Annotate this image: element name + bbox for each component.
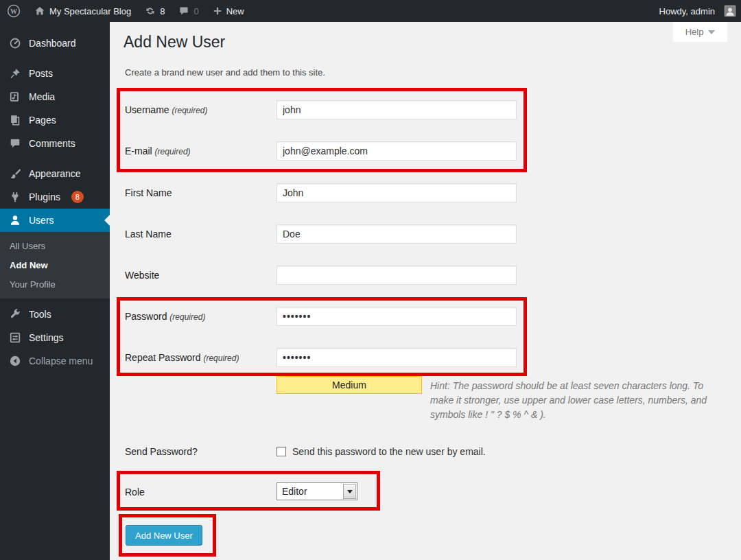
wrench-icon (8, 308, 22, 320)
sidebar-item-all-users[interactable]: All Users (0, 237, 110, 256)
email-input[interactable] (277, 141, 517, 161)
email-label: E-mail (required) (125, 145, 191, 156)
last-name-input[interactable] (277, 224, 517, 244)
collapse-arrow-icon (8, 355, 22, 367)
sidebar-item-comments[interactable]: Comments (0, 132, 110, 155)
sidebar-item-add-new[interactable]: Add New (0, 256, 110, 275)
svg-text:W: W (10, 8, 17, 15)
home-icon (34, 5, 45, 16)
first-name-label: First Name (125, 187, 172, 198)
username-input[interactable] (277, 100, 517, 119)
role-select[interactable]: Editor (277, 482, 357, 500)
sidebar-item-media[interactable]: Media (0, 85, 110, 108)
sidebar-item-label: Comments (29, 138, 75, 149)
password-hint: Hint: The password should be at least se… (277, 379, 710, 422)
sidebar-item-label: Plugins (29, 191, 60, 202)
sidebar-item-label: Media (29, 91, 55, 102)
required-note: (required) (172, 106, 207, 115)
send-password-checkbox[interactable] (277, 447, 286, 456)
plugins-update-badge: 8 (71, 191, 84, 203)
sidebar-item-posts[interactable]: Posts (0, 62, 110, 85)
sliders-icon (8, 331, 22, 344)
comment-bubble-icon (178, 5, 189, 16)
updates-menu[interactable]: 8 (138, 0, 172, 22)
howdy-label: Howdy, admin (659, 6, 715, 16)
required-note: (required) (155, 147, 191, 156)
wordpress-logo-menu[interactable]: W (0, 0, 27, 22)
user-icon (8, 214, 22, 226)
repeat-password-input[interactable] (277, 348, 517, 367)
sidebar-item-pages[interactable]: Pages (0, 108, 110, 132)
sidebar-item-label: Tools (29, 309, 51, 320)
add-new-user-button[interactable]: Add New User (126, 525, 202, 546)
media-icon (8, 91, 22, 103)
plus-icon (213, 6, 222, 16)
username-label: Username (required) (125, 104, 208, 115)
required-note: (required) (203, 353, 239, 363)
sidebar-item-label: Pages (29, 115, 56, 126)
role-selected-value: Editor (277, 486, 307, 497)
comments-count: 0 (193, 6, 198, 16)
select-dropdown-button[interactable] (343, 484, 356, 499)
sidebar-item-label: Settings (29, 332, 64, 343)
sidebar-item-label: Posts (29, 68, 53, 79)
comments-bubble-icon (8, 137, 22, 150)
menu-separator (0, 55, 110, 62)
sidebar-item-your-profile[interactable]: Your Profile (0, 275, 110, 294)
my-account-menu[interactable]: Howdy, admin (652, 0, 736, 22)
wordpress-admin-page: W My Spectacular Blog 8 0 New (0, 0, 741, 560)
sidebar-item-plugins[interactable]: Plugins 8 (0, 185, 110, 209)
first-name-input[interactable] (277, 183, 517, 202)
sidebar-item-label: Collapse menu (29, 355, 93, 366)
hint-float-spacer (277, 379, 430, 409)
page-title: Add New User (124, 33, 225, 51)
dashboard-gauge-icon (8, 37, 22, 49)
website-input[interactable] (277, 266, 517, 285)
comments-menu[interactable]: 0 (172, 0, 205, 22)
password-label: Password (required) (125, 311, 205, 322)
role-label: Role (125, 487, 145, 498)
site-name-menu[interactable]: My Spectacular Blog (27, 0, 138, 22)
users-submenu: All Users Add New Your Profile (0, 232, 110, 299)
sidebar-item-label: Appearance (29, 168, 81, 179)
paintbrush-icon (8, 167, 22, 180)
website-label: Website (125, 270, 159, 281)
pushpin-icon (8, 67, 22, 80)
password-input[interactable] (277, 307, 517, 326)
admin-bar: W My Spectacular Blog 8 0 New (0, 0, 741, 22)
last-name-label: Last Name (125, 229, 172, 240)
sidebar-item-label: Dashboard (29, 38, 76, 49)
sidebar-item-tools[interactable]: Tools (0, 303, 110, 326)
main-content: Add New User Create a brand new user and… (110, 22, 741, 560)
chevron-down-icon (347, 490, 353, 493)
plug-icon (8, 191, 22, 203)
sidebar-item-appearance[interactable]: Appearance (0, 162, 110, 185)
new-label: New (226, 6, 244, 16)
collapse-menu-button[interactable]: Collapse menu (0, 349, 110, 373)
wordpress-logo-icon: W (7, 4, 21, 18)
repeat-password-label: Repeat Password (required) (125, 352, 239, 363)
avatar (725, 5, 736, 16)
sidebar-item-settings[interactable]: Settings (0, 326, 110, 349)
page-description: Create a brand new user and add them to … (125, 67, 325, 78)
new-content-menu[interactable]: New (206, 0, 251, 22)
sidebar-item-users[interactable]: Users (0, 209, 110, 232)
required-note: (required) (169, 312, 205, 322)
pages-icon (8, 114, 22, 126)
updates-icon (145, 5, 156, 16)
updates-count: 8 (160, 6, 165, 16)
admin-sidebar-menu: Dashboard Posts Media Pages Comments (0, 22, 110, 560)
site-name-label: My Spectacular Blog (49, 6, 131, 16)
sidebar-item-dashboard[interactable]: Dashboard (0, 32, 110, 55)
menu-separator (0, 155, 110, 162)
sidebar-item-label: Users (29, 215, 54, 226)
send-password-label: Send Password? (125, 446, 198, 457)
send-password-checkbox-label: Send this password to the new user by em… (292, 446, 486, 457)
current-menu-arrow (104, 215, 110, 226)
